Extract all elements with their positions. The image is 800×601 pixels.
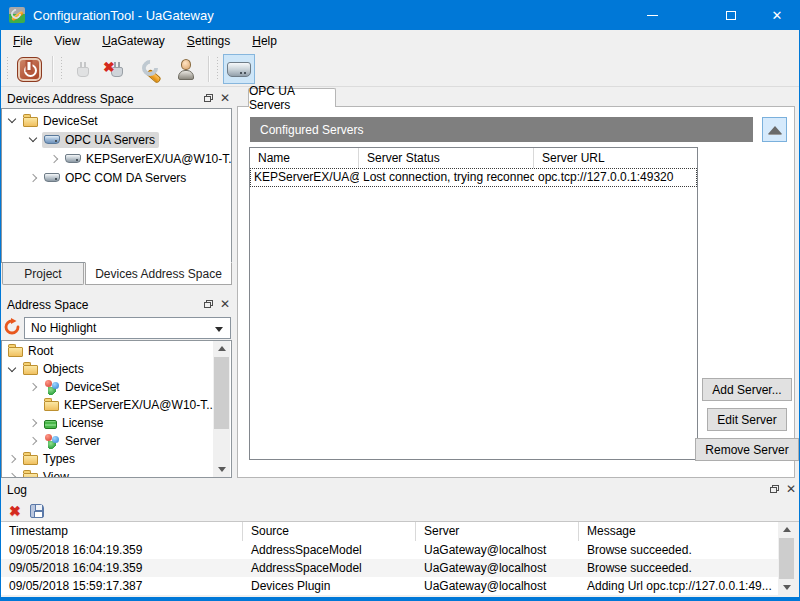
menu-help[interactable]: Help (241, 30, 288, 52)
tab-project[interactable]: Project (2, 263, 84, 285)
address-tree-item-view[interactable]: View (2, 468, 231, 478)
remove-server-button[interactable]: Remove Server (695, 438, 798, 461)
tree-item-label: Root (28, 344, 53, 358)
column-header-server[interactable]: Server (416, 522, 579, 541)
table-row[interactable]: KEPServerEX/UA@...Lost connection, tryin… (250, 168, 697, 187)
log-scrollbar[interactable] (778, 522, 795, 595)
connect-button[interactable] (67, 54, 99, 84)
address-tree-item-root[interactable]: Root (2, 342, 231, 360)
refresh-icon[interactable] (3, 318, 21, 336)
expander-closed-icon[interactable] (29, 173, 37, 181)
column-header-message[interactable]: Message (579, 522, 778, 541)
column-header-server-url[interactable]: Server URL (534, 148, 696, 168)
address-tree-scrollbar[interactable] (213, 341, 230, 477)
address-tree-item-license[interactable]: License (2, 414, 231, 432)
log-row[interactable]: 09/05/2018 16:04:19.359AddressSpaceModel… (1, 541, 778, 559)
column-header-timestamp[interactable]: Timestamp (1, 522, 243, 541)
edit-server-button[interactable]: Edit Server (707, 408, 786, 431)
expander-closed-icon[interactable] (29, 437, 37, 445)
address-tree-item-objects[interactable]: Objects (2, 360, 231, 378)
devices-tree-item-kepserverex-ua-w10-t[interactable]: KEPServerEX/UA@W10-T... (2, 149, 231, 168)
collapse-button[interactable] (762, 117, 787, 142)
expander-closed-icon[interactable] (29, 383, 37, 391)
address-tree-item-deviceset[interactable]: DeviceSet (2, 378, 231, 396)
devices-panel-header: Devices Address Space ✕ (1, 89, 232, 108)
scroll-down-icon[interactable] (213, 462, 230, 477)
address-tree-item-kepserverex-ua-w10-t[interactable]: KEPServerEX/UA@W10-T... (2, 396, 231, 414)
toolbar: ✖ (1, 52, 799, 87)
devices-tree-item-deviceset[interactable]: DeviceSet (2, 111, 231, 130)
scroll-down-icon[interactable] (778, 580, 795, 595)
column-header-name[interactable]: Name (250, 148, 359, 168)
expander-closed-icon[interactable] (8, 455, 16, 463)
minimize-button[interactable] (629, 0, 675, 30)
plug-icon (73, 59, 93, 79)
dock-close-icon[interactable]: ✕ (220, 92, 230, 104)
folder-icon (23, 455, 38, 465)
save-log-icon[interactable] (30, 504, 44, 518)
cubes-icon (44, 434, 60, 449)
expander-closed-icon[interactable] (29, 419, 37, 427)
scrollbar-thumb[interactable] (779, 538, 794, 579)
tree-item-label: Types (43, 452, 75, 466)
title-bar: ConfigurationTool - UaGateway (0, 0, 800, 30)
dock-close-icon[interactable]: ✕ (786, 483, 796, 495)
cell-timestamp: 09/05/2018 16:04:19.359 (1, 541, 243, 559)
address-tree-item-server[interactable]: Server (2, 432, 231, 450)
expander-closed-icon[interactable] (50, 154, 58, 162)
dock-float-icon[interactable] (204, 94, 213, 102)
menu-file[interactable]: File (2, 30, 43, 52)
toolbar-grip (216, 57, 220, 81)
cell-server-url: opc.tcp://127.0.0.1:49320 (534, 168, 696, 187)
close-button[interactable]: ✕ (754, 0, 800, 30)
expander-open-icon[interactable] (29, 134, 37, 142)
devices-tree-item-opc-ua-servers[interactable]: OPC UA Servers (2, 130, 231, 149)
clear-log-icon[interactable]: ✖ (9, 504, 21, 518)
column-header-source[interactable]: Source (243, 522, 416, 541)
scroll-up-icon[interactable] (778, 522, 795, 537)
scrollbar-thumb[interactable] (214, 357, 229, 429)
dock-float-icon[interactable] (770, 485, 779, 493)
log-row[interactable]: 09/05/2018 16:04:19.359AddressSpaceModel… (1, 559, 778, 577)
configuration-button[interactable] (135, 54, 167, 84)
address-tree-item-types[interactable]: Types (2, 450, 231, 468)
cell-source: Devices Plugin (243, 577, 416, 595)
add-server-button[interactable]: Add Server... (702, 378, 791, 401)
highlight-combobox[interactable]: No Highlight (24, 317, 231, 339)
log-row[interactable]: 09/05/2018 15:59:17.387Devices PluginUaG… (1, 577, 778, 595)
tree-item-label: DeviceSet (43, 114, 98, 128)
tab-devices-address-space[interactable]: Devices Address Space (85, 262, 232, 285)
cell-server: UaGateway@localhost (416, 541, 579, 559)
column-header-server-status[interactable]: Server Status (359, 148, 534, 168)
log-panel-title: Log (7, 483, 27, 497)
configured-servers-title: Configured Servers (260, 123, 363, 137)
log-table-body: 09/05/2018 16:04:19.359AddressSpaceModel… (1, 541, 778, 595)
tree-item-label: Server (65, 434, 100, 448)
tab-label: OPC UA Servers (249, 84, 335, 112)
user-button[interactable] (169, 54, 201, 84)
close-icon: ✕ (772, 9, 783, 22)
dock-float-icon[interactable] (204, 300, 213, 308)
servers-table-body: KEPServerEX/UA@...Lost connection, tryin… (250, 168, 697, 187)
toolbar-grip (60, 57, 64, 81)
expander-open-icon[interactable] (8, 363, 16, 371)
maximize-button[interactable] (708, 0, 754, 30)
devices-button[interactable] (223, 54, 255, 84)
menu-settings[interactable]: Settings (176, 30, 241, 52)
toolbar-grip (6, 57, 10, 81)
menu-view[interactable]: View (43, 30, 91, 52)
tree-item-label: KEPServerEX/UA@W10-T... (86, 152, 232, 166)
scroll-up-icon[interactable] (213, 341, 230, 356)
expander-open-icon[interactable] (8, 115, 16, 123)
dock-close-icon[interactable]: ✕ (220, 298, 230, 310)
folder-icon (44, 401, 59, 411)
shutdown-button[interactable] (13, 54, 45, 84)
devices-tree-item-opc-com-da-servers[interactable]: OPC COM DA Servers (2, 168, 231, 187)
minimize-icon (647, 15, 658, 16)
disconnect-button[interactable]: ✖ (101, 54, 133, 84)
cell-timestamp: 09/05/2018 15:59:17.387 (1, 577, 243, 595)
tab-opc-ua-servers[interactable]: OPC UA Servers (248, 88, 336, 107)
cubes-icon (44, 380, 60, 395)
menu-uagateway[interactable]: UaGateway (91, 30, 176, 52)
expander-closed-icon[interactable] (8, 473, 16, 478)
